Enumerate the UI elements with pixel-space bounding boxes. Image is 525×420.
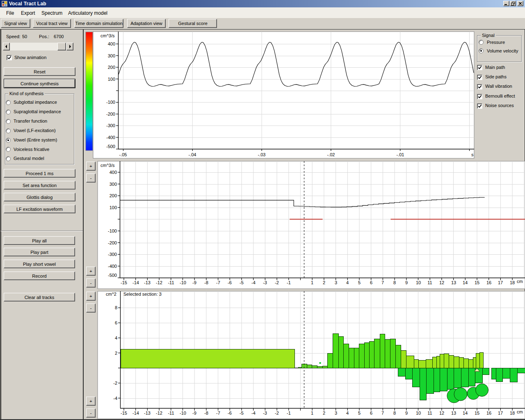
svg-text:5: 5 (358, 411, 361, 415)
svg-text:100: 100 (108, 77, 115, 82)
svg-text:-5: -5 (240, 411, 244, 415)
svg-text:-10: -10 (180, 411, 186, 415)
svg-text:-300: -300 (106, 123, 115, 128)
svg-text:-.01: -.01 (397, 152, 404, 157)
svg-text:-4: -4 (113, 396, 117, 401)
svg-text:-2: -2 (275, 280, 279, 285)
svg-text:300: 300 (110, 182, 117, 187)
svg-text:18: 18 (510, 280, 515, 285)
svg-text:-200: -200 (108, 240, 117, 245)
svg-text:2: 2 (115, 351, 117, 356)
svg-text:-1: -1 (287, 280, 291, 285)
svg-text:6: 6 (370, 411, 372, 415)
svg-text:3: 3 (335, 280, 337, 285)
svg-text:18: 18 (510, 411, 515, 415)
svg-text:-500: -500 (106, 144, 115, 149)
svg-text:6: 6 (370, 280, 372, 285)
svg-text:13: 13 (451, 411, 456, 415)
svg-text:-400: -400 (108, 264, 117, 269)
svg-text:-.05: -.05 (119, 152, 127, 157)
svg-text:10: 10 (416, 280, 421, 285)
svg-text:15: 15 (475, 280, 479, 285)
svg-text:-500: -500 (108, 273, 117, 278)
svg-text:-7: -7 (216, 411, 220, 415)
svg-text:-.02: -.02 (327, 152, 335, 157)
svg-text:1: 1 (311, 411, 313, 415)
svg-text:-10: -10 (180, 280, 186, 285)
svg-text:-5: -5 (240, 280, 244, 285)
svg-text:-300: -300 (108, 252, 117, 257)
svg-text:-1: -1 (287, 411, 291, 415)
svg-text:16: 16 (486, 280, 491, 285)
svg-text:6: 6 (115, 320, 117, 325)
svg-text:-15: -15 (121, 411, 127, 415)
svg-text:400: 400 (110, 170, 117, 175)
svg-text:-9: -9 (192, 280, 196, 285)
svg-text:8: 8 (115, 305, 117, 310)
svg-text:14: 14 (463, 280, 468, 285)
svg-text:-13: -13 (144, 280, 151, 285)
svg-text:-.03: -.03 (258, 152, 266, 157)
svg-text:7: 7 (381, 280, 384, 285)
svg-text:4: 4 (346, 411, 349, 415)
svg-text:200: 200 (108, 65, 115, 70)
svg-text:300: 300 (108, 53, 115, 58)
svg-text:400: 400 (108, 41, 115, 46)
svg-text:-4: -4 (251, 411, 256, 415)
svg-text:-14: -14 (132, 280, 139, 285)
svg-text:13: 13 (451, 280, 456, 285)
svg-text:-4: -4 (251, 280, 256, 285)
svg-text:8: 8 (393, 411, 396, 415)
svg-text:-13: -13 (144, 411, 151, 415)
svg-text:-2: -2 (275, 411, 279, 415)
svg-text:Selected section: 3: Selected section: 3 (123, 292, 162, 297)
svg-text:-100: -100 (108, 228, 117, 233)
svg-text:2: 2 (323, 411, 325, 415)
svg-text:11: 11 (427, 411, 432, 415)
svg-text:-200: -200 (106, 112, 115, 116)
svg-text:7: 7 (381, 411, 384, 415)
svg-text:-11: -11 (168, 411, 174, 415)
svg-text:12: 12 (439, 280, 444, 285)
svg-text:4: 4 (346, 280, 349, 285)
svg-text:cm^3/s: cm^3/s (100, 163, 115, 168)
svg-text:-3: -3 (263, 280, 267, 285)
svg-text:-9: -9 (192, 411, 196, 415)
svg-text:-2: -2 (113, 381, 117, 386)
svg-text:s: s (471, 152, 474, 157)
svg-text:12: 12 (439, 411, 444, 415)
svg-text:16: 16 (486, 411, 491, 415)
svg-text:-11: -11 (168, 280, 174, 285)
svg-text:-14: -14 (132, 411, 139, 415)
svg-text:-12: -12 (156, 280, 162, 285)
svg-text:-8: -8 (204, 411, 208, 415)
svg-text:-100: -100 (106, 100, 115, 105)
svg-text:-6: -6 (228, 411, 232, 415)
svg-text:cm^2: cm^2 (106, 292, 116, 297)
svg-text:200: 200 (110, 193, 117, 198)
svg-text:10: 10 (416, 411, 421, 415)
svg-text:-3: -3 (263, 411, 267, 415)
svg-text:8: 8 (393, 280, 396, 285)
svg-text:17: 17 (498, 411, 503, 415)
svg-text:cm: cm (517, 279, 523, 284)
svg-text:-6: -6 (228, 280, 232, 285)
svg-text:-.04: -.04 (189, 152, 196, 157)
svg-text:15: 15 (475, 411, 479, 415)
svg-text:-8: -8 (204, 280, 208, 285)
svg-text:11: 11 (427, 280, 432, 285)
svg-text:cm: cm (517, 409, 523, 414)
svg-text:3: 3 (335, 411, 337, 415)
svg-text:4: 4 (115, 336, 117, 340)
svg-text:-7: -7 (216, 280, 220, 285)
svg-text:-15: -15 (121, 280, 127, 285)
svg-text:14: 14 (463, 411, 468, 415)
svg-text:5: 5 (358, 280, 361, 285)
svg-text:2: 2 (323, 280, 325, 285)
svg-text:9: 9 (405, 280, 408, 285)
svg-text:-12: -12 (156, 411, 162, 415)
svg-text:1: 1 (311, 280, 313, 285)
svg-text:17: 17 (498, 280, 503, 285)
svg-text:-400: -400 (106, 135, 115, 140)
svg-text:cm^3/s: cm^3/s (100, 33, 115, 38)
